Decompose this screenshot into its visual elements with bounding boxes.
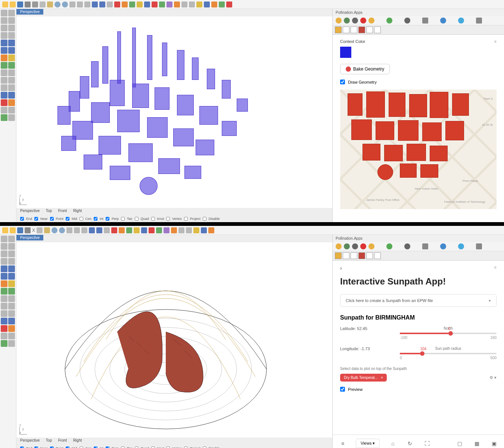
perspective-viewport[interactable]: z yx: [16, 16, 332, 208]
tool-icon[interactable]: [178, 227, 184, 233]
tab-perspective[interactable]: Perspective: [20, 209, 40, 213]
home-icon[interactable]: [343, 252, 349, 259]
extrude-icon[interactable]: [1, 92, 7, 99]
app-icon[interactable]: [440, 243, 446, 249]
fillet-icon[interactable]: [8, 99, 15, 106]
tool-icon[interactable]: [208, 227, 214, 233]
chip-close-icon[interactable]: ×: [381, 376, 383, 380]
snap-perp[interactable]: [106, 447, 109, 448]
snap-disable[interactable]: [203, 217, 206, 221]
circle-icon[interactable]: [1, 32, 7, 39]
mesh-icon[interactable]: [1, 55, 7, 61]
tool-icon[interactable]: [164, 227, 169, 233]
move-icon[interactable]: [1, 288, 7, 295]
tab-right[interactable]: Right: [73, 209, 82, 213]
tool-icon[interactable]: [77, 1, 83, 7]
tool-icon[interactable]: [226, 1, 232, 7]
app-icon[interactable]: [344, 243, 350, 249]
app-icon[interactable]: [422, 18, 428, 24]
tool-icon[interactable]: [167, 1, 172, 7]
tool-icon[interactable]: [89, 227, 95, 233]
move-icon[interactable]: [1, 62, 7, 69]
redo-icon[interactable]: [62, 1, 68, 7]
surface-icon[interactable]: [1, 265, 7, 272]
color-swatch[interactable]: [340, 47, 351, 58]
rotate-icon[interactable]: [8, 62, 15, 69]
snap-quad[interactable]: [135, 217, 139, 221]
views-dropdown[interactable]: Views ▾: [356, 439, 380, 448]
save-icon[interactable]: [17, 1, 23, 7]
tool-icon[interactable]: [107, 1, 113, 7]
copy-icon[interactable]: [37, 227, 43, 233]
tool-icon[interactable]: [99, 1, 105, 7]
viewport-label[interactable]: Perspective: [16, 9, 43, 15]
snap-knot[interactable]: [151, 217, 155, 221]
trim-icon[interactable]: [1, 303, 7, 309]
cylinder-icon[interactable]: [8, 47, 15, 54]
print-icon[interactable]: [25, 227, 31, 233]
gear-icon[interactable]: [335, 252, 342, 259]
select-icon[interactable]: [1, 10, 7, 16]
tool-icon[interactable]: [84, 1, 90, 7]
fullscreen-icon[interactable]: ⛶: [423, 439, 431, 448]
explode-icon[interactable]: [8, 310, 15, 317]
hide-icon[interactable]: [8, 114, 15, 121]
tool-icon[interactable]: [92, 1, 98, 7]
dim-icon[interactable]: [1, 107, 7, 113]
gear-icon[interactable]: [335, 27, 342, 33]
split-icon[interactable]: [8, 303, 15, 309]
app-icon[interactable]: [476, 18, 482, 24]
undo-icon[interactable]: [55, 1, 60, 7]
tool-icon[interactable]: [171, 227, 177, 233]
tool-icon[interactable]: [96, 227, 102, 233]
snap-project[interactable]: [184, 447, 188, 448]
undo-icon[interactable]: [52, 227, 57, 233]
app-icon[interactable]: [344, 18, 350, 24]
tool-icon[interactable]: [193, 227, 199, 233]
explode-icon[interactable]: [8, 84, 15, 91]
tool-icon[interactable]: [69, 1, 75, 7]
app-icon[interactable]: [336, 18, 342, 24]
tool-icon[interactable]: [156, 227, 162, 233]
tool-icon[interactable]: [81, 227, 87, 233]
split-icon[interactable]: [8, 77, 15, 84]
snap-point[interactable]: [50, 447, 54, 448]
snap-near[interactable]: [34, 447, 38, 448]
box-icon[interactable]: [8, 265, 15, 272]
home-view-icon[interactable]: ⌂: [389, 439, 397, 448]
snap-vertex[interactable]: [166, 447, 170, 448]
app-icon[interactable]: [368, 243, 374, 249]
tool-icon[interactable]: [104, 227, 110, 233]
open-icon[interactable]: [10, 227, 16, 233]
tool-icon[interactable]: [134, 227, 140, 233]
new-icon[interactable]: [2, 227, 8, 233]
tool-icon[interactable]: [152, 1, 158, 7]
circle-icon[interactable]: [1, 258, 7, 265]
refresh-icon[interactable]: [351, 252, 357, 259]
box-icon[interactable]: [8, 40, 15, 46]
app-icon[interactable]: [404, 243, 410, 249]
snap-knot[interactable]: [151, 447, 155, 448]
boolean-icon[interactable]: [1, 325, 7, 332]
app-icon[interactable]: [360, 243, 366, 249]
print-icon[interactable]: [25, 1, 31, 7]
perspective-viewport[interactable]: z yx: [16, 242, 332, 438]
curve-icon[interactable]: [1, 243, 7, 250]
tool-icon[interactable]: [144, 1, 150, 7]
app-icon[interactable]: [360, 18, 366, 24]
hamburger-icon[interactable]: ≡: [494, 265, 497, 270]
tool-icon[interactable]: [204, 1, 210, 7]
cut-icon[interactable]: [32, 1, 38, 7]
polyline-icon[interactable]: [1, 25, 7, 31]
select-icon[interactable]: [1, 236, 7, 242]
paste-icon[interactable]: [44, 227, 50, 233]
data-chip[interactable]: Dry Bulb Temperat...×: [340, 374, 387, 382]
tool-icon[interactable]: [111, 227, 117, 233]
surface-icon[interactable]: [1, 40, 7, 46]
snap-int[interactable]: [94, 447, 97, 448]
tool-icon[interactable]: [201, 227, 207, 233]
down-icon[interactable]: [374, 252, 381, 259]
hamburger-icon[interactable]: ≡: [494, 39, 497, 44]
rect-icon[interactable]: [8, 25, 15, 31]
subd-icon[interactable]: [8, 280, 15, 287]
